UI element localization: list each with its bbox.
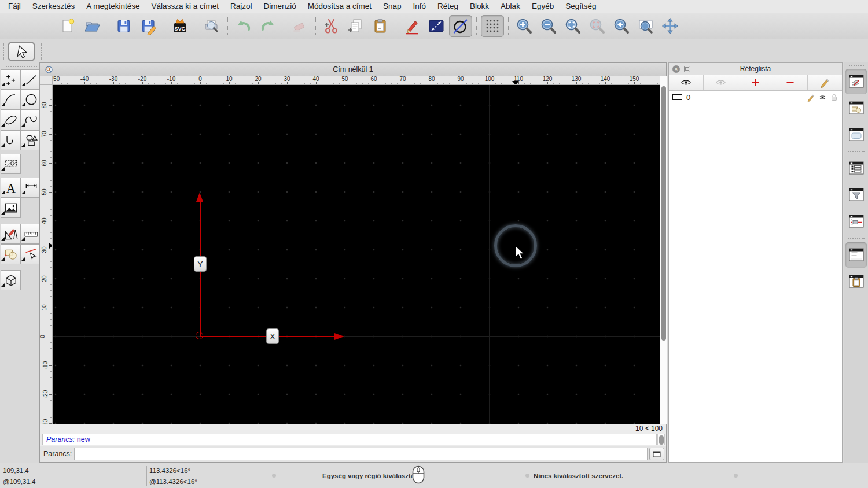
ruler-minor-ticks: [50, 85, 52, 424]
history-command-value: new: [77, 435, 90, 443]
copy-button[interactable]: [344, 15, 367, 37]
text-tool-button[interactable]: A: [1, 178, 21, 198]
save-button[interactable]: [112, 15, 135, 37]
circle-tool-button[interactable]: [21, 90, 41, 110]
scrollbar-thumb[interactable]: [661, 86, 666, 341]
line-tool-button[interactable]: [21, 69, 41, 90]
polyline-icon: [3, 133, 19, 148]
layer-lock-icon[interactable]: [830, 93, 838, 102]
menu-válassza-ki-a-címet[interactable]: Válassza ki a címet: [146, 0, 225, 13]
palette-drag-handle[interactable]: [6, 66, 37, 67]
selection-filter-dock-button[interactable]: [845, 182, 867, 208]
command-input[interactable]: [74, 448, 648, 460]
zoom-auto-button[interactable]: [561, 15, 584, 37]
select-entity-tool-button[interactable]: [21, 244, 41, 264]
add-layer-button[interactable]: [738, 75, 773, 90]
edit-layer-icon[interactable]: [807, 93, 815, 102]
ruler-label: 10: [41, 304, 47, 310]
menu-a-megtekintése[interactable]: A megtekintése: [80, 0, 145, 13]
command-line-dock-button[interactable]: [845, 242, 867, 268]
library-browser-dock-button[interactable]: [845, 122, 867, 147]
dock-icon-strip: [844, 62, 868, 463]
polyline-tool-button[interactable]: [1, 130, 21, 150]
pencil-button[interactable]: [400, 15, 424, 37]
menu-módosítsa-a-címet[interactable]: Módosítsa a címet: [302, 0, 377, 13]
eraser-button[interactable]: [288, 15, 311, 37]
menu-infó[interactable]: Infó: [407, 0, 432, 13]
edit-layer-button[interactable]: [808, 75, 842, 90]
layer-list-dock-button[interactable]: [845, 69, 867, 94]
menu-fájl[interactable]: Fájl: [2, 0, 27, 13]
drawing-canvas[interactable]: Y X: [53, 85, 660, 424]
menu-snap[interactable]: Snap: [377, 0, 407, 13]
dock-drag-handle[interactable]: [849, 65, 864, 66]
remove-layer-button[interactable]: [773, 75, 808, 90]
menu-ablak[interactable]: Ablak: [495, 0, 526, 13]
point-tool-button[interactable]: [1, 69, 21, 90]
paste-button[interactable]: [369, 15, 392, 37]
block-list-dock-button[interactable]: [845, 95, 867, 121]
ruler-tick: [113, 82, 114, 84]
modify-tool-button[interactable]: [1, 244, 21, 264]
menu-blokk[interactable]: Blokk: [464, 0, 495, 13]
zoom-previous-button[interactable]: [610, 15, 633, 37]
hide-layer-button[interactable]: [704, 75, 738, 90]
construction-tool-button[interactable]: [1, 224, 21, 244]
grid-dots-button[interactable]: [481, 15, 504, 37]
diagonal-arrow-button[interactable]: [425, 15, 448, 37]
menu-egyéb[interactable]: Egyéb: [526, 0, 560, 13]
redo-icon: [259, 17, 277, 35]
history-scrollbar-thumb[interactable]: [659, 435, 664, 445]
save-as-button[interactable]: [137, 15, 160, 37]
command-prompt-label: Parancs:: [43, 450, 72, 458]
zoom-out-button[interactable]: [537, 15, 560, 37]
show-layer-button[interactable]: [669, 75, 704, 90]
menu-réteg[interactable]: Réteg: [432, 0, 464, 13]
redo-button[interactable]: [256, 15, 279, 37]
layer-row[interactable]: 0: [669, 91, 842, 103]
toolbar-drag-handle[interactable]: [3, 43, 4, 60]
clipboard-dock-button[interactable]: [845, 269, 867, 294]
ellipse-tool-button[interactable]: [1, 110, 21, 130]
image-tool-button[interactable]: [1, 198, 21, 218]
export-svg-button[interactable]: SVG: [168, 15, 192, 37]
undo-button[interactable]: [232, 15, 255, 37]
toolbar-separator: [508, 17, 509, 35]
command-widget-dock-button[interactable]: [845, 209, 867, 234]
pan-button[interactable]: [659, 15, 682, 37]
cut-button[interactable]: [320, 15, 343, 37]
menu-segítség[interactable]: Segítség: [560, 0, 602, 13]
menu-dimenzió[interactable]: Dimenzió: [258, 0, 301, 13]
zoom-selection-button[interactable]: [586, 15, 609, 37]
relative-coordinate: @109,31.4: [3, 478, 35, 485]
new-file-button[interactable]: [56, 15, 79, 37]
status-led-icon: [734, 474, 738, 478]
layer-row-icons: [807, 93, 838, 102]
selection-arrow-button[interactable]: [8, 42, 35, 61]
layer-panel-title: Réteglista: [669, 65, 842, 73]
menu-szerkesztés[interactable]: Szerkesztés: [27, 0, 81, 13]
dock-separator: [848, 151, 865, 152]
property-editor-dock-button[interactable]: [845, 156, 867, 181]
canvas-vertical-scrollbar[interactable]: [660, 76, 667, 424]
ruler-tick: [49, 105, 52, 106]
measure-tool-button[interactable]: [21, 224, 41, 244]
print-preview-button[interactable]: [200, 15, 223, 37]
menu-rajzol[interactable]: Rajzol: [225, 0, 258, 13]
measure-icon: [24, 227, 39, 242]
layer-visible-icon[interactable]: [818, 93, 827, 102]
open-file-button[interactable]: [80, 15, 104, 37]
spline-tool-button[interactable]: [21, 110, 41, 130]
polygon-tool-button[interactable]: [21, 130, 41, 150]
hatch-tool-button[interactable]: [1, 154, 21, 174]
dimension-tool-button[interactable]: [21, 178, 41, 198]
toolbar-separator: [196, 17, 196, 35]
command-dialog-button[interactable]: [649, 448, 664, 460]
solid-3d-tool-button[interactable]: [1, 270, 21, 290]
zoom-in-button[interactable]: [513, 15, 536, 37]
zoom-window-button[interactable]: [634, 15, 657, 37]
document-titlebar[interactable]: Cím nélkül 1: [40, 63, 666, 76]
circle-slash-button[interactable]: [449, 15, 472, 37]
arc-tool-button[interactable]: [1, 90, 21, 110]
history-scrollbar[interactable]: [657, 434, 665, 445]
